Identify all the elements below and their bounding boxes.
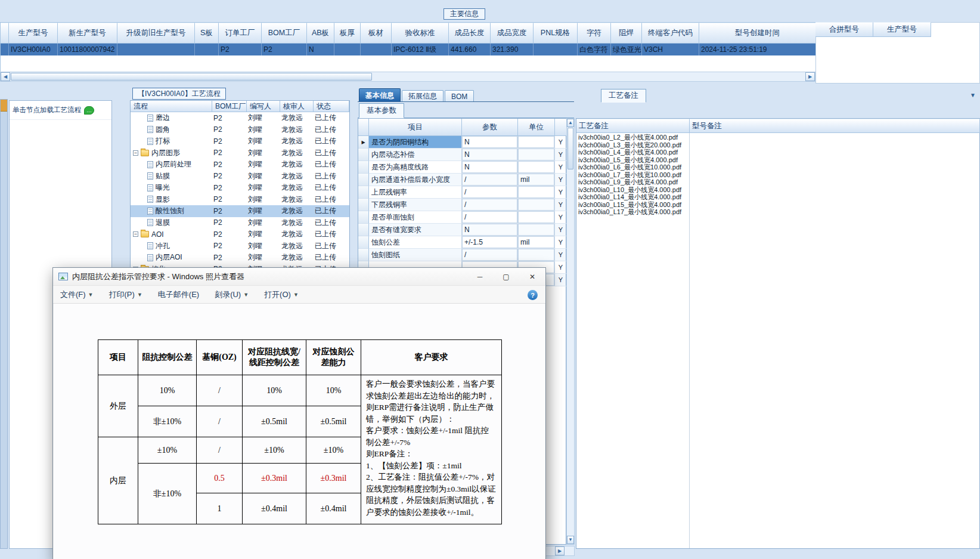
- column-header[interactable]: BOM工厂: [212, 101, 247, 112]
- column-header[interactable]: 工艺备注: [576, 119, 690, 133]
- column-header[interactable]: 终端客户代码: [642, 23, 699, 44]
- scroll-down-arrow-icon[interactable]: ▼: [567, 536, 574, 544]
- column-header[interactable]: 订单工厂: [219, 23, 262, 44]
- column-header[interactable]: 型号备注: [690, 119, 980, 133]
- expander-icon[interactable]: −: [133, 231, 138, 237]
- param-value[interactable]: N: [462, 224, 518, 236]
- scroll-thumb[interactable]: [567, 128, 573, 169]
- note-file[interactable]: iv3ch00ia0_L9_最小线宽4.000.pdf: [577, 179, 689, 187]
- grid-cell[interactable]: 白色字符: [578, 44, 611, 55]
- param-value[interactable]: +/-1.5: [462, 236, 518, 249]
- grid-cell[interactable]: P2: [219, 44, 262, 55]
- param-item[interactable]: 内层动态补偿: [369, 149, 462, 161]
- column-header[interactable]: 板厚: [334, 23, 361, 44]
- param-row[interactable]: 是否有缝宽要求NY: [358, 224, 566, 236]
- param-value[interactable]: /: [462, 174, 518, 186]
- param-row[interactable]: 下层残铜率/Y: [358, 199, 566, 211]
- tab-main-info[interactable]: 主要信息: [444, 8, 485, 20]
- grid-cell[interactable]: 2024-11-25 23:51:19: [699, 44, 816, 55]
- param-value[interactable]: /: [462, 249, 518, 261]
- flow-row[interactable]: 显影P2刘曜龙敦远已上传: [131, 194, 349, 206]
- flow-row[interactable]: 内层AOIP2刘曜龙敦远已上传: [131, 252, 349, 264]
- grid-cell[interactable]: [334, 44, 361, 55]
- column-header[interactable]: 升级前旧生产型号: [117, 23, 195, 44]
- tab-basic-params[interactable]: 基本参数: [359, 103, 404, 118]
- menu-item[interactable]: 刻录(U)▼: [215, 289, 249, 300]
- help-icon[interactable]: ?: [528, 290, 538, 300]
- grid-cell[interactable]: [534, 44, 578, 55]
- column-header[interactable]: 编写人: [247, 101, 280, 112]
- column-header[interactable]: PNL规格: [534, 23, 578, 44]
- column-header[interactable]: 生产型号: [9, 23, 58, 44]
- grid-cell[interactable]: P2: [262, 44, 307, 55]
- param-row[interactable]: 蚀刻公差+/-1.5milY: [358, 236, 566, 249]
- column-header[interactable]: 新生产型号: [58, 23, 117, 44]
- param-item[interactable]: 上层残铜率: [369, 186, 462, 199]
- param-row[interactable]: 蚀刻图纸/Y: [358, 249, 566, 261]
- note-file[interactable]: iv3ch00ia0_L14_最小线宽4.000.pdf: [577, 194, 689, 202]
- param-row[interactable]: 内层通道补偿后最小宽度/milY: [358, 174, 566, 186]
- grid-cell[interactable]: [117, 44, 195, 55]
- grid-cell[interactable]: [361, 44, 392, 55]
- column-header[interactable]: 型号创建时间: [699, 23, 816, 44]
- param-item[interactable]: 内层通道补偿后最小宽度: [369, 174, 462, 186]
- column-header[interactable]: BOM工厂: [262, 23, 307, 44]
- flow-row[interactable]: 圆角P2刘曜龙敦远已上传: [131, 124, 349, 136]
- note-file[interactable]: iv3ch00ia0_L6_最小线宽10.000.pdf: [577, 164, 689, 172]
- close-button[interactable]: ✕: [522, 270, 543, 283]
- detail-tab[interactable]: BOM: [445, 90, 474, 102]
- grid-cell[interactable]: IV3CH00IA0: [9, 44, 58, 55]
- param-value[interactable]: N: [462, 149, 518, 161]
- param-row[interactable]: ▶是否为阴阳铜结构NY: [358, 136, 566, 149]
- detail-tab[interactable]: 基本信息: [359, 88, 401, 102]
- grid-cell[interactable]: [195, 44, 219, 55]
- column-header[interactable]: 项目: [369, 119, 462, 136]
- grid-cell[interactable]: 10011800007942: [58, 44, 117, 55]
- main-grid-row[interactable]: IV3CH00IA010011800007942P2P2NIPC-6012 Ⅱ级…: [0, 44, 816, 55]
- param-value[interactable]: N: [462, 161, 518, 174]
- tab-process-flow[interactable]: 【IV3CH00IA0】工艺流程: [132, 88, 226, 100]
- grid-cell[interactable]: IPC-6012 Ⅱ级: [392, 44, 449, 55]
- grid-cell[interactable]: 441.660: [449, 44, 491, 55]
- note-file[interactable]: iv3ch00ia0_L4_最小线宽4.000.pdf: [577, 149, 689, 157]
- column-header[interactable]: 成品长度: [449, 23, 491, 44]
- param-value[interactable]: N: [462, 136, 518, 149]
- menu-item[interactable]: 文件(F)▼: [60, 289, 94, 300]
- column-header[interactable]: 验收标准: [392, 23, 449, 44]
- collapsed-panel-strip[interactable]: [0, 99, 8, 549]
- grid-cell[interactable]: N: [307, 44, 334, 55]
- column-header[interactable]: 合拼型号: [815, 22, 873, 37]
- flow-row[interactable]: 退膜P2刘曜龙敦远已上传: [131, 217, 349, 229]
- maximize-button[interactable]: ▢: [495, 270, 517, 283]
- param-row[interactable]: 是否为高精度线路NY: [358, 161, 566, 174]
- top-horizontal-scrollbar[interactable]: ◀ ▶: [0, 72, 815, 82]
- column-header[interactable]: 成品宽度: [491, 23, 534, 44]
- param-item[interactable]: 蚀刻图纸: [369, 249, 462, 261]
- flow-row[interactable]: 内层前处理P2刘曜龙敦远已上传: [131, 159, 349, 171]
- scroll-left-arrow-icon[interactable]: ◀: [1, 72, 10, 81]
- param-value[interactable]: /: [462, 211, 518, 224]
- param-item[interactable]: 是否为阴阳铜结构: [369, 136, 462, 149]
- grid-cell[interactable]: 绿色亚光: [611, 44, 642, 55]
- flow-row[interactable]: −内层图形P2刘曜龙敦远已上传: [131, 147, 349, 159]
- column-header[interactable]: 板材: [361, 23, 392, 44]
- flow-row[interactable]: −AOIP2刘曜龙敦远已上传: [131, 228, 349, 240]
- param-value[interactable]: /: [462, 199, 518, 211]
- note-file[interactable]: iv3ch00ia0_L2_最小线宽4.000.pdf: [577, 134, 689, 142]
- column-header[interactable]: 阻焊: [611, 23, 642, 44]
- menu-item[interactable]: 电子邮件(E): [158, 289, 199, 300]
- param-row[interactable]: 上层残铜率/Y: [358, 186, 566, 199]
- param-row[interactable]: 内层动态补偿NY: [358, 149, 566, 161]
- column-header[interactable]: AB板: [307, 23, 334, 44]
- param-item[interactable]: 蚀刻公差: [369, 236, 462, 249]
- param-value[interactable]: /: [462, 186, 518, 199]
- column-header[interactable]: S板: [195, 23, 219, 44]
- column-header[interactable]: 字符: [578, 23, 611, 44]
- grid-cell[interactable]: 321.390: [491, 44, 534, 55]
- param-vertical-scrollbar[interactable]: ▲ ▼: [566, 118, 575, 545]
- param-item[interactable]: 是否单面蚀刻: [369, 211, 462, 224]
- column-header[interactable]: 状态: [314, 101, 349, 112]
- flow-row[interactable]: 曝光P2刘曜龙敦远已上传: [131, 182, 349, 194]
- scroll-right-arrow-icon[interactable]: ▶: [805, 72, 815, 81]
- photo-viewer-window[interactable]: 内层阻抗公差指示管控要求 - Windows 照片查看器 ─ ▢ ✕ 文件(F)…: [52, 267, 546, 559]
